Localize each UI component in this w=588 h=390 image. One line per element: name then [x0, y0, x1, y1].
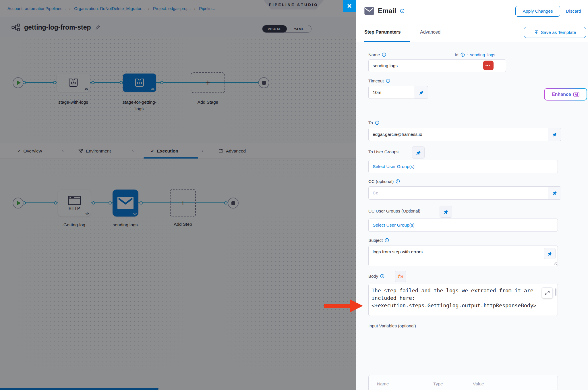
- tab-step-parameters[interactable]: Step Parameters: [364, 22, 401, 42]
- step-id: Id : sending_logs: [455, 52, 495, 57]
- cc-user-groups-label: CC User Groups (Optional): [368, 208, 420, 213]
- to-label: To: [368, 120, 379, 125]
- input-variables-card: Name Type Value + Add Input Variable: [368, 375, 558, 390]
- expression-fx-button[interactable]: f(x): [395, 271, 406, 282]
- text-assistant-badge-icon[interactable]: •••: [483, 61, 494, 70]
- column-header-name: Name: [377, 381, 389, 387]
- pin-icon[interactable]: [415, 86, 428, 99]
- name-label: Name: [368, 52, 386, 57]
- expand-editor-button[interactable]: [542, 287, 553, 298]
- section-divider: [368, 112, 575, 112]
- ai-badge: AI: [573, 92, 579, 97]
- subject-field-wrap: logs from step with errors: [368, 246, 558, 266]
- cc-label: CC (optional): [368, 179, 400, 184]
- panel-header: Email Apply Changes Discard: [356, 0, 588, 22]
- tab-step-advanced[interactable]: Advanced: [420, 22, 440, 42]
- step-id-value[interactable]: sending_logs: [470, 52, 495, 57]
- step-parameters-form: Name Id : sending_logs Enhance AI •••: [356, 42, 588, 390]
- body-field-wrap: The step failed and the logs we extrated…: [368, 284, 558, 316]
- subject-label: Subject: [368, 238, 389, 243]
- column-header-type: Type: [433, 381, 443, 387]
- to-input[interactable]: [368, 128, 548, 141]
- info-icon[interactable]: [396, 179, 400, 184]
- email-step-panel: Email Apply Changes Discard Step Paramet…: [356, 0, 588, 390]
- apply-changes-button[interactable]: Apply Changes: [515, 6, 560, 17]
- dim-overlay: [0, 0, 356, 390]
- pin-icon[interactable]: [548, 186, 561, 200]
- cc-input[interactable]: [368, 186, 548, 200]
- pin-icon[interactable]: [412, 146, 425, 159]
- save-as-template-label: Save as Template: [541, 30, 576, 35]
- body-label: Body: [368, 274, 384, 279]
- pin-icon[interactable]: [544, 248, 556, 259]
- info-icon[interactable]: [380, 274, 384, 278]
- email-icon: [364, 7, 374, 15]
- body-input[interactable]: The step failed and the logs we extrated…: [368, 284, 558, 316]
- resize-handle[interactable]: [554, 262, 557, 265]
- cc-user-groups-select[interactable]: Select User Group(s): [368, 219, 558, 232]
- close-icon: ×: [347, 2, 352, 11]
- pin-icon[interactable]: [440, 206, 452, 218]
- subject-input[interactable]: logs from step with errors: [368, 246, 558, 266]
- app-root: Account: automationPipelines... › Organi…: [0, 0, 588, 390]
- info-icon[interactable]: [382, 53, 386, 57]
- info-icon[interactable]: [400, 9, 405, 13]
- pin-icon[interactable]: [548, 128, 561, 141]
- body-scrollbar[interactable]: [555, 288, 556, 296]
- discard-button[interactable]: Discard: [566, 6, 581, 17]
- close-panel-button[interactable]: ×: [343, 0, 356, 12]
- info-icon[interactable]: [385, 238, 389, 242]
- expand-icon: [545, 291, 550, 296]
- timeout-label: Timeout: [368, 78, 390, 83]
- info-icon[interactable]: [386, 79, 390, 83]
- enhance-label: Enhance: [552, 92, 571, 97]
- save-as-template-button[interactable]: Save as Template: [524, 27, 586, 38]
- to-user-groups-label: To User Groups: [368, 149, 399, 154]
- input-variables-label: Input Variables (optional): [368, 323, 416, 328]
- to-user-groups-select[interactable]: Select User Group(s): [368, 160, 558, 173]
- panel-tabs: Step Parameters Advanced Save as Templat…: [356, 22, 588, 42]
- info-icon[interactable]: [461, 53, 465, 57]
- timeout-input[interactable]: [368, 86, 415, 99]
- info-icon[interactable]: [375, 121, 379, 125]
- upload-icon: [534, 30, 539, 35]
- column-header-value: Value: [473, 381, 484, 387]
- enhance-ai-button[interactable]: Enhance AI: [544, 88, 587, 101]
- step-type-title: Email: [378, 7, 396, 15]
